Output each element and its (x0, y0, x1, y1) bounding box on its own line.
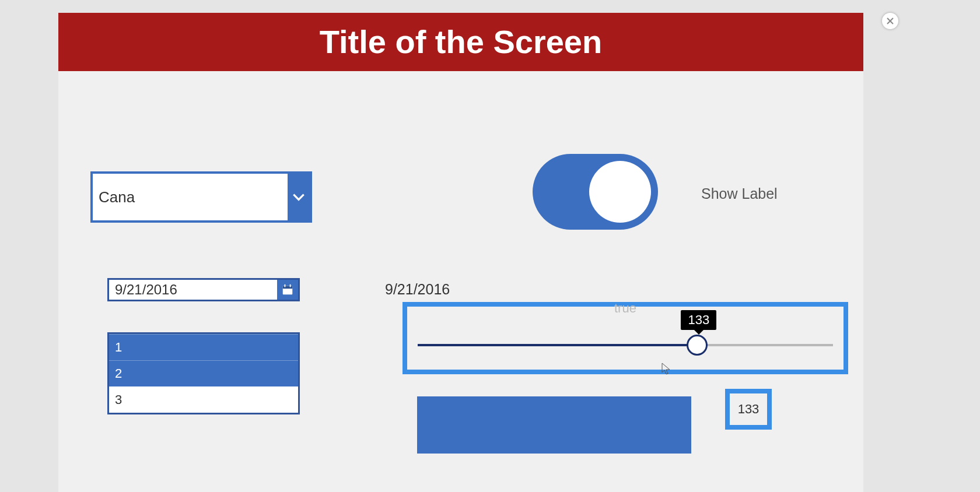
chevron-down-icon[interactable] (288, 174, 310, 220)
calendar-icon[interactable] (277, 280, 298, 300)
svg-rect-1 (283, 286, 293, 289)
toggle-knob (589, 161, 651, 223)
svg-rect-3 (290, 284, 291, 287)
page-title: Title of the Screen (58, 13, 863, 71)
label-block (417, 396, 691, 454)
date-value: 9/21/2016 (109, 280, 277, 300)
date-picker[interactable]: 9/21/2016 (107, 278, 300, 301)
toggle-switch[interactable] (533, 154, 658, 230)
list-box[interactable]: 1 2 3 (107, 332, 300, 414)
slider-panel: true 133 (402, 302, 848, 374)
close-icon (887, 17, 894, 24)
combo-value: Cana (93, 174, 288, 220)
close-button[interactable] (882, 13, 898, 29)
list-item[interactable]: 1 (109, 334, 298, 360)
combo-box[interactable]: Cana (90, 171, 312, 223)
slider-fill (418, 344, 708, 346)
app-window: Title of the Screen Cana Show Label 9/21… (58, 13, 863, 492)
svg-rect-2 (285, 284, 286, 287)
list-item[interactable]: 2 (109, 360, 298, 386)
slider-tooltip: 133 (681, 310, 716, 330)
date-echo-text: 9/21/2016 (385, 281, 450, 298)
toggle-label: Show Label (701, 185, 778, 202)
slider-handle[interactable] (687, 335, 708, 356)
list-item[interactable]: 3 (109, 386, 298, 413)
slider-value-box: 133 (725, 389, 772, 430)
slider-true-text: true (614, 301, 636, 316)
